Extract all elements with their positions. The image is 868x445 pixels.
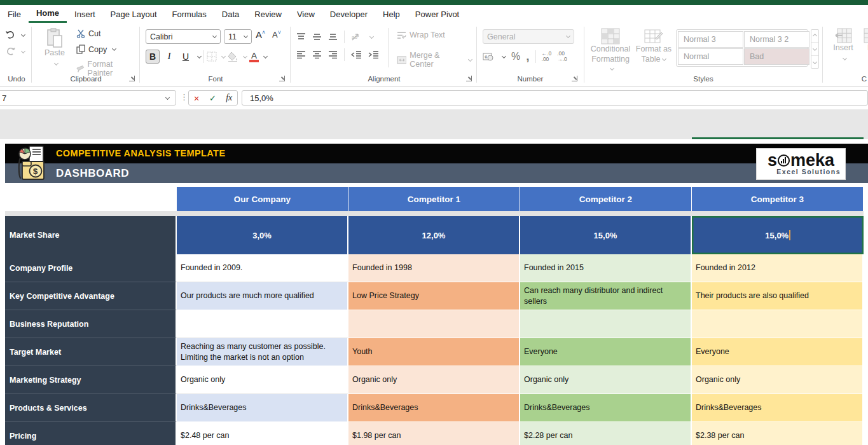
comma-style-button[interactable]: , <box>526 50 529 64</box>
cut-button[interactable]: Cut <box>74 28 103 39</box>
ribbon-tab-developer[interactable]: Developer <box>322 5 375 23</box>
increase-decimal-button[interactable]: ←.0 .00 <box>542 51 552 63</box>
formula-bar-splitter[interactable]: ⋮ <box>180 92 188 102</box>
increase-indent-icon[interactable] <box>368 51 379 58</box>
row-label[interactable]: Company Profile <box>5 254 177 282</box>
number-dialog-launcher[interactable] <box>572 76 577 81</box>
table-cell[interactable]: Drinks&Beverages <box>177 394 348 422</box>
table-cell[interactable]: Drinks&Beverages <box>692 394 864 422</box>
ribbon-tab-formulas[interactable]: Formulas <box>165 5 214 23</box>
merge-center-chevron[interactable] <box>468 57 472 62</box>
paste-button[interactable]: Paste <box>39 28 70 69</box>
insert-function-icon[interactable]: fx <box>226 93 232 103</box>
table-cell[interactable]: $2.38 per can <box>692 422 864 445</box>
gallery-scroll-down[interactable] <box>811 42 818 55</box>
table-cell[interactable]: Founded in 2015 <box>520 254 692 282</box>
delete-cells-button[interactable]: De <box>860 28 868 52</box>
italic-button[interactable]: I <box>162 50 176 64</box>
format-as-table-button[interactable]: Format asTable <box>634 28 673 64</box>
table-cell[interactable]: Youth <box>348 338 520 366</box>
table-cell[interactable]: Reaching as many customer as possible. L… <box>177 338 348 366</box>
font-size-combo[interactable]: 11 <box>224 29 252 44</box>
confirm-edit-icon[interactable]: ✓ <box>209 93 216 103</box>
gallery-more-button[interactable] <box>811 56 818 68</box>
column-header-our-company[interactable]: Our Company <box>177 187 348 211</box>
table-cell[interactable]: Founded in 2012 <box>692 254 864 282</box>
market-share-cell-2[interactable]: 15,0% <box>520 216 692 254</box>
percent-style-button[interactable]: % <box>511 51 520 62</box>
table-cell[interactable]: Founded in 1998 <box>348 254 520 282</box>
orientation-icon[interactable]: ab <box>351 33 361 41</box>
align-top-icon[interactable] <box>296 33 306 41</box>
ribbon-tab-home[interactable]: Home <box>29 5 67 23</box>
copy-button[interactable]: Copy <box>74 43 118 55</box>
row-label[interactable]: Pricing <box>5 422 177 445</box>
table-cell[interactable]: Drinks&Beverages <box>348 394 520 422</box>
borders-icon[interactable] <box>207 51 217 62</box>
undo-button[interactable] <box>3 29 31 41</box>
decrease-indent-icon[interactable] <box>351 51 362 58</box>
fill-color-icon[interactable] <box>228 51 238 62</box>
ribbon-tab-help[interactable]: Help <box>375 5 408 23</box>
grow-font-button[interactable]: A˄ <box>256 29 265 40</box>
ribbon-tab-file[interactable]: File <box>0 5 29 23</box>
underline-button[interactable]: U <box>179 50 193 64</box>
table-cell[interactable] <box>692 310 864 338</box>
table-cell[interactable]: Everyone <box>520 338 692 366</box>
merge-center-button[interactable]: Merge & Center <box>394 50 474 70</box>
market-share-cell-1[interactable]: 12,0% <box>348 216 520 254</box>
table-cell[interactable]: Organic only <box>177 366 348 394</box>
row-label[interactable]: Target Market <box>5 338 177 366</box>
borders-dropdown-chevron[interactable] <box>221 53 226 58</box>
cancel-edit-icon[interactable]: × <box>194 93 200 103</box>
shrink-font-button[interactable]: A˅ <box>272 29 281 39</box>
table-cell[interactable]: Organic only <box>520 366 692 394</box>
table-cell[interactable]: Organic only <box>692 366 864 394</box>
insert-cells-button[interactable]: Insert <box>830 28 856 64</box>
table-cell[interactable]: $1.98 per can <box>348 422 520 445</box>
redo-dropdown-chevron[interactable] <box>21 48 25 53</box>
ribbon-tab-page-layout[interactable]: Page Layout <box>103 5 165 23</box>
align-bottom-icon[interactable] <box>328 33 338 41</box>
accounting-dropdown-chevron[interactable] <box>502 53 506 58</box>
table-cell[interactable]: $2.48 per can <box>177 422 348 445</box>
orientation-dropdown-chevron[interactable] <box>369 34 374 38</box>
table-cell[interactable] <box>348 310 520 338</box>
fill-color-dropdown-chevron[interactable] <box>243 53 247 58</box>
ribbon-tab-power-pivot[interactable]: Power Pivot <box>408 5 467 23</box>
table-cell[interactable] <box>177 310 348 338</box>
table-cell[interactable] <box>520 310 692 338</box>
column-header-competitor-1[interactable]: Competitor 1 <box>348 187 520 211</box>
align-center-icon[interactable] <box>312 51 322 58</box>
row-label[interactable]: Business Reputation <box>5 310 177 338</box>
font-dialog-launcher[interactable] <box>279 76 285 81</box>
font-color-dropdown-chevron[interactable] <box>263 53 268 58</box>
table-cell[interactable]: Low Price Strategy <box>348 282 520 310</box>
table-cell[interactable]: Organic only <box>348 366 520 394</box>
alignment-dialog-launcher[interactable] <box>466 76 472 81</box>
align-left-icon[interactable] <box>296 51 306 58</box>
undo-dropdown-chevron[interactable] <box>21 32 25 36</box>
table-cell[interactable]: $2.28 per can <box>520 422 692 445</box>
table-cell[interactable]: Our products are much more qualified <box>177 282 348 310</box>
style-gallery-item-normal[interactable]: Normal <box>678 48 743 65</box>
table-cell[interactable]: Everyone <box>692 338 864 366</box>
ribbon-tab-data[interactable]: Data <box>214 5 247 23</box>
gallery-scroll-up[interactable] <box>811 30 818 42</box>
accounting-format-icon[interactable]: ¢ <box>483 52 494 61</box>
column-header-competitor-3[interactable]: Competitor 3 <box>692 187 864 211</box>
table-cell[interactable]: Can reach many distributor and indirect … <box>520 282 692 310</box>
ribbon-tab-review[interactable]: Review <box>247 5 289 23</box>
bold-button[interactable]: B <box>146 50 160 64</box>
row-label-market-share[interactable]: Market Share <box>5 216 177 254</box>
copy-dropdown-chevron[interactable] <box>112 46 116 51</box>
formula-input[interactable]: 15,0% <box>242 90 868 106</box>
conditional-formatting-button[interactable]: ConditionalFormatting <box>589 28 631 74</box>
row-label[interactable]: Products & Services <box>5 394 177 422</box>
table-cell[interactable]: Their products are also qualified <box>692 282 864 310</box>
redo-button[interactable] <box>3 46 31 57</box>
table-cell[interactable]: Founded in 2009. <box>177 254 348 282</box>
name-box[interactable]: 7 <box>0 90 176 106</box>
ribbon-tab-view[interactable]: View <box>289 5 322 23</box>
market-share-cell-3-editing[interactable]: 15,0% <box>692 216 864 254</box>
